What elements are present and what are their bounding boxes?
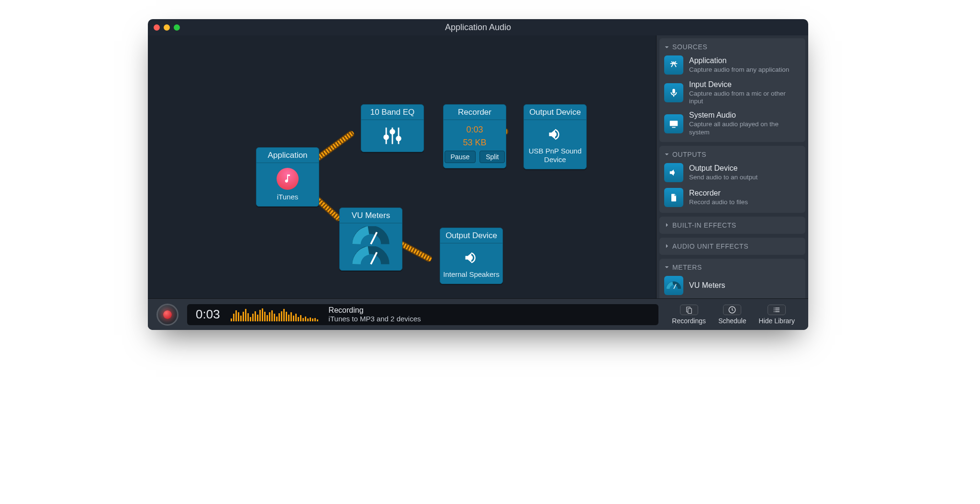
app-icon (664, 55, 683, 75)
node-title: Output Device (524, 105, 586, 120)
node-title: 10 Band EQ (361, 105, 423, 120)
panel-meters: METERS VU Meters (659, 259, 805, 298)
status-time: 0:03 (196, 307, 220, 322)
chevron-down-icon (664, 152, 669, 157)
item-desc: Capture audio from a mic or other input (689, 90, 801, 105)
status-text: Recording iTunes to MP3 and 2 devices (329, 306, 421, 323)
list-icon (768, 305, 786, 315)
speaker-icon (664, 163, 683, 182)
itunes-icon (277, 168, 299, 190)
panel-au-effects: AUDIO UNIT EFFECTS (659, 238, 805, 255)
vu-gauge-icon (349, 226, 393, 245)
app-window: Application Audio Application iTunes 10 … (148, 19, 808, 330)
footer-label: Hide Library (759, 317, 795, 325)
item-name: Application (689, 56, 801, 65)
record-indicator-icon (163, 310, 172, 319)
panel-header-outputs[interactable]: OUTPUTS (664, 149, 801, 160)
panel-title-label: METERS (672, 263, 702, 271)
recordings-icon (680, 305, 698, 315)
record-button[interactable] (156, 304, 178, 326)
split-button[interactable]: Split (479, 151, 505, 163)
meter-vu[interactable]: VU Meters (664, 273, 801, 298)
pause-button[interactable]: Pause (445, 151, 476, 163)
node-application[interactable]: Application iTunes (256, 147, 319, 207)
panel-title-label: OUTPUTS (672, 151, 706, 158)
chevron-down-icon (664, 264, 669, 270)
source-input-device[interactable]: Input Device Capture audio from a mic or… (664, 77, 801, 108)
speaker-icon (543, 125, 567, 144)
source-application[interactable]: Application Capture audio from any appli… (664, 53, 801, 77)
document-icon (664, 188, 683, 207)
recordings-button[interactable]: Recordings (667, 303, 711, 327)
hide-library-button[interactable]: Hide Library (754, 303, 800, 327)
item-name: Recorder (689, 189, 801, 197)
minimize-icon[interactable] (164, 24, 170, 31)
footer-label: Recordings (672, 317, 706, 325)
output-recorder[interactable]: Recorder Record audio to files (664, 185, 801, 210)
node-eq[interactable]: 10 Band EQ (361, 104, 424, 152)
zoom-icon[interactable] (174, 24, 180, 31)
node-output-internal[interactable]: Output Device Internal Speakers (440, 228, 503, 284)
recorder-time: 0:03 (466, 125, 483, 135)
status-line2: iTunes to MP3 and 2 devices (329, 315, 421, 323)
node-sublabel: USB PnP Sound Device (527, 147, 583, 164)
node-sublabel: iTunes (277, 193, 298, 201)
panel-header-au[interactable]: AUDIO UNIT EFFECTS (664, 241, 801, 252)
recorder-size: 53 KB (463, 138, 486, 148)
panel-sources: SOURCES Application Capture audio from a… (659, 38, 805, 142)
node-title: Recorder (444, 105, 506, 120)
panel-builtin-effects: BUILT-IN EFFECTS (659, 217, 805, 234)
speaker-icon (459, 248, 483, 267)
node-title: VU Meters (340, 208, 402, 223)
routing-canvas[interactable]: Application iTunes 10 Band EQ Recorder 0… (148, 35, 656, 298)
item-desc: Record audio to files (689, 198, 801, 206)
monitor-icon (664, 114, 683, 133)
waveform-icon (231, 308, 318, 321)
sliders-icon (381, 125, 403, 147)
item-desc: Capture audio from any application (689, 66, 801, 74)
item-name: Input Device (689, 80, 801, 89)
status-line1: Recording (329, 306, 364, 314)
item-name: Output Device (689, 164, 801, 173)
window-title: Application Audio (148, 22, 808, 33)
panel-title-label: BUILT-IN EFFECTS (672, 221, 736, 229)
schedule-button[interactable]: Schedule (713, 303, 751, 327)
source-system-audio[interactable]: System Audio Capture all audio played on… (664, 108, 801, 139)
node-vu-meters[interactable]: VU Meters (339, 208, 402, 271)
chevron-right-icon (664, 222, 669, 228)
item-desc: Capture all audio played on the system (689, 121, 801, 136)
node-output-usb[interactable]: Output Device USB PnP Sound Device (523, 104, 587, 169)
node-title: Application (256, 148, 319, 163)
item-name: System Audio (689, 111, 801, 120)
output-device[interactable]: Output Device Send audio to an output (664, 160, 801, 185)
vu-gauge-icon (349, 246, 393, 265)
window-controls (154, 24, 180, 31)
bottom-bar: 0:03 Recording iTunes to MP3 and 2 devic… (148, 298, 808, 330)
footer-label: Schedule (718, 317, 746, 325)
panel-title-label: AUDIO UNIT EFFECTS (672, 242, 748, 250)
footer-buttons: Recordings Schedule Hide Library (667, 303, 800, 327)
node-sublabel: Internal Speakers (443, 270, 500, 279)
close-icon[interactable] (154, 24, 160, 31)
status-panel: 0:03 Recording iTunes to MP3 and 2 devic… (187, 304, 658, 325)
chevron-right-icon (664, 243, 669, 249)
panel-title-label: SOURCES (672, 43, 707, 51)
node-title: Output Device (440, 228, 502, 243)
panel-header-meters[interactable]: METERS (664, 262, 801, 273)
panel-header-builtin[interactable]: BUILT-IN EFFECTS (664, 219, 801, 231)
library-sidebar: SOURCES Application Capture audio from a… (656, 35, 808, 298)
vu-icon (664, 276, 683, 295)
chevron-down-icon (664, 44, 669, 50)
item-desc: Send audio to an output (689, 174, 801, 181)
item-name: VU Meters (689, 281, 801, 290)
panel-header-sources[interactable]: SOURCES (664, 41, 801, 53)
node-recorder[interactable]: Recorder 0:03 53 KB Pause Split (443, 104, 506, 168)
mic-icon (664, 83, 683, 102)
titlebar: Application Audio (148, 19, 808, 35)
panel-outputs: OUTPUTS Output Device Send audio to an o… (659, 146, 805, 213)
schedule-icon (723, 305, 741, 315)
